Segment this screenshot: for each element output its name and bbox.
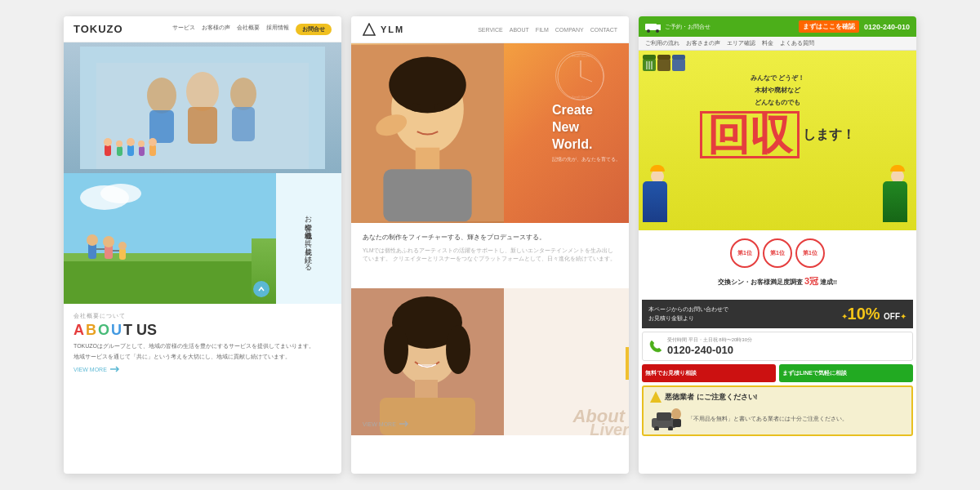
card2-text-overlay: Create New World. 記憶の先が、あなたを育てる。: [552, 102, 621, 163]
svg-rect-3: [149, 110, 174, 143]
card3-warning: 悪徳業者 にご注意ください! 「不用品を無料」と書いてある業者には十分ご注意くだ…: [642, 385, 913, 436]
worker-left: [643, 181, 672, 230]
card3-btn-line[interactable]: まずはLINEで気軽に相談: [779, 364, 913, 382]
card1-about-title: ABOUT US: [74, 322, 332, 339]
nav-item-3[interactable]: 会社概要: [237, 24, 260, 35]
card2-content: あなたの制作をフィーチャーする、輝きをプロデュースする。 YLMでは個性あふれる…: [351, 223, 629, 288]
card1-text-panel: お客様や地域社会と共に成長し続ける: [276, 173, 341, 304]
svg-point-48: [384, 325, 408, 374]
nav-item-2[interactable]: お客様の声: [202, 24, 230, 35]
card2-nav-service[interactable]: SERVICE: [478, 27, 503, 33]
svg-rect-50: [415, 380, 438, 400]
gallery: TOKUZO サービス お客様の声 会社概要 採用情報 お問合せ: [47, 0, 933, 490]
card-3: ご予約・お問合せ まずはここを確認 0120-240-010 ご利用の流れ お客…: [639, 16, 916, 474]
trash-box-3-icon: [672, 55, 685, 71]
svg-rect-64: [672, 55, 685, 60]
svg-rect-8: [105, 145, 111, 156]
card2-nav-about[interactable]: ABOUT: [510, 27, 529, 33]
card3-hero-line2: 木材や廃材など: [645, 86, 910, 96]
arrow-right-icon-2: [399, 421, 409, 427]
card3-badges-section: 第1位 第1位 第1位 交換シン・お客様満足度調査 3冠 達成!!: [639, 230, 916, 300]
card2-hero-bg: Small Hours Small Hours Create New World…: [351, 43, 629, 223]
card2-subtitle: 記憶の先が、あなたを育てる。: [552, 157, 621, 164]
svg-point-9: [104, 138, 112, 146]
card1-hero: [64, 42, 341, 173]
svg-point-34: [389, 57, 466, 114]
card3-warning-title-text: 悪徳業者 にご注意ください!: [665, 392, 758, 403]
card2-nav-contact[interactable]: CONTACT: [590, 27, 617, 33]
svg-rect-57: [643, 55, 656, 60]
svg-rect-63: [672, 59, 685, 71]
subnav-4[interactable]: 料金: [762, 39, 773, 47]
about-letter-b: B: [86, 322, 96, 339]
card3-survey-suffix: 達成!!: [820, 278, 837, 286]
card3-btn-estimate[interactable]: 無料でお見積り相談: [642, 364, 776, 382]
nav-item-4[interactable]: 採用情報: [266, 24, 289, 35]
card3-header-small: ご予約・お問合せ: [665, 23, 710, 31]
card3-phone-num[interactable]: 0120-240-010: [667, 344, 752, 356]
card2-logo-icon: [363, 23, 376, 36]
card2-about-photo: [351, 288, 504, 435]
subnav-3[interactable]: エリア確認: [727, 39, 755, 47]
card2-viewmore-text: VIEW MORE: [363, 421, 396, 427]
card2-nav-film[interactable]: FILM: [536, 27, 549, 33]
card1-jp-text: お客様や地域社会と共に成長し続ける: [303, 210, 314, 267]
svg-rect-61: [657, 59, 670, 71]
nav-cta-btn[interactable]: お問合せ: [296, 24, 332, 35]
card1-about-desc1: TOKUZOはグループとして、地域の皆様の生活を豊かにするサービスを提供してまい…: [74, 342, 332, 351]
card2-clock-overlay: Small Hours Small Hours: [555, 51, 604, 100]
truck-icon: [645, 21, 662, 33]
card3-trash-icons: [643, 55, 685, 71]
subnav-5[interactable]: よくある質問: [780, 39, 814, 47]
bad-guy-icon: [650, 406, 683, 430]
card2-create-text: Create New World.: [552, 102, 621, 153]
sparkle-left: ✦: [841, 312, 848, 321]
card3-cta-banner[interactable]: まずはここを確認: [799, 20, 859, 33]
badge-2: 第1位: [763, 238, 792, 268]
card2-viewmore[interactable]: VIEW MORE: [363, 421, 409, 427]
svg-point-39: [434, 104, 445, 112]
about-letter-o: O: [98, 322, 109, 339]
card3-warning-title: 悪徳業者 にご注意ください!: [650, 391, 905, 403]
scroll-up-btn[interactable]: [253, 281, 270, 297]
worker-helmet-2: [890, 165, 905, 172]
card2-yellow-accent-bar: [626, 347, 629, 380]
svg-rect-10: [117, 146, 122, 156]
svg-rect-27: [119, 248, 126, 260]
svg-rect-5: [188, 107, 217, 144]
create-line3: World.: [552, 136, 621, 154]
svg-text:Small Hours: Small Hours: [572, 54, 590, 58]
card3-kanji-main: 回収: [700, 111, 800, 158]
svg-point-13: [127, 138, 135, 146]
svg-rect-66: [657, 412, 671, 421]
chevron-up-icon: [257, 285, 265, 293]
viewmore-text: VIEW MORE: [74, 367, 107, 372]
subnav-1[interactable]: ご利用の流れ: [645, 39, 679, 47]
svg-point-20: [100, 184, 141, 203]
about-letter-a: A: [74, 322, 84, 339]
svg-point-55: [656, 29, 659, 33]
card3-discount-value: ✦ 10% OFF ✦: [841, 305, 906, 323]
svg-rect-16: [149, 145, 156, 156]
card1-viewmore[interactable]: VIEW MORE: [74, 366, 332, 372]
svg-rect-70: [673, 419, 681, 427]
card1-nav: サービス お客様の声 会社概要 採用情報 お問合せ: [172, 24, 332, 35]
card2-hero-portrait: [351, 43, 504, 223]
svg-line-42: [581, 77, 592, 82]
svg-point-24: [87, 234, 98, 246]
card2-nav-company[interactable]: COMPANY: [555, 27, 584, 33]
card1-header: TOKUZO サービス お客様の声 会社概要 採用情報 お問合せ: [64, 16, 341, 42]
card3-header-phone: 0120-240-010: [864, 23, 910, 31]
nav-item-1[interactable]: サービス: [172, 24, 195, 35]
svg-rect-14: [139, 146, 145, 156]
subnav-2[interactable]: お客さまの声: [686, 39, 720, 47]
worker-body-1: [643, 181, 667, 222]
card2-body-text: YLMでは個性あふれるアーティストの活躍をサポートし、新しいエンターテインメント…: [363, 247, 617, 264]
card1-grass: [64, 173, 276, 304]
card2-logo-group: YLM: [363, 23, 404, 36]
worker-right: [883, 181, 912, 230]
card3-discount-text-line1: 本ページからのお問い合わせで: [648, 305, 728, 314]
card1-logo: TOKUZO: [74, 23, 123, 35]
svg-rect-7: [232, 107, 255, 141]
card3-phone-label: 受付時間 平日・土日祝 8時〜20時30分: [667, 336, 752, 344]
